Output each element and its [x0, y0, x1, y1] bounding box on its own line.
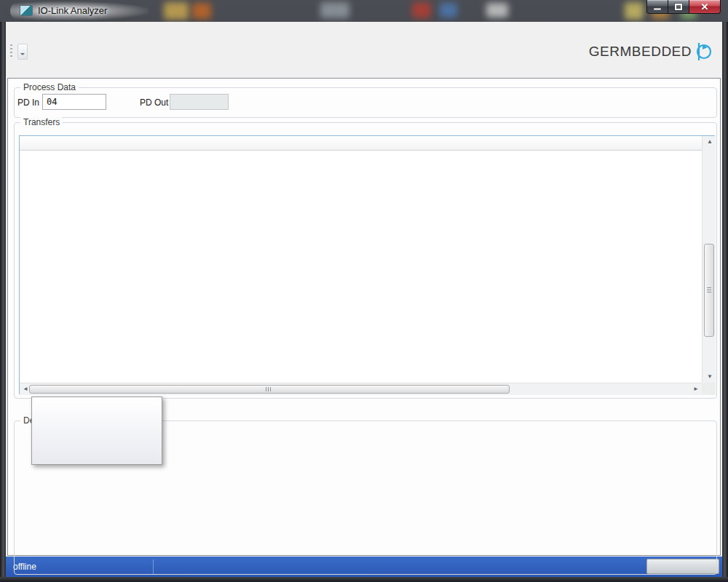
app-icon	[20, 5, 33, 16]
minimize-button[interactable]	[646, 0, 668, 14]
process-data-group: Process Data PD In 04 PD Out	[14, 87, 717, 118]
window-title: IO-Link Analyzer	[38, 5, 107, 16]
scroll-down-icon[interactable]: ▼	[707, 374, 713, 380]
brand-text: GERMBEDDED	[589, 44, 692, 60]
toolbar-grip[interactable]	[10, 44, 12, 59]
pd-status-dot	[111, 96, 122, 107]
tab-page-overview: Process Data PD In 04 PD Out Transfers ▲…	[7, 78, 721, 556]
close-icon: ✕	[701, 1, 709, 12]
title-bar[interactable]: IO-Link Analyzer ✕	[0, 0, 728, 22]
tab-strip	[7, 62, 9, 79]
vertical-scrollbar-thumb[interactable]	[704, 244, 714, 337]
transfers-group: Transfers ▲ ▼ ◄ ►	[14, 122, 717, 399]
transfers-title: Transfers	[20, 117, 63, 127]
grid-rows	[20, 151, 702, 383]
close-button[interactable]: ✕	[689, 0, 721, 14]
minimize-icon	[654, 8, 661, 10]
horizontal-scrollbar[interactable]: ◄ ►	[20, 383, 702, 395]
maximize-icon	[675, 4, 682, 10]
window-border-bottom	[0, 577, 728, 582]
pd-in-field[interactable]: 04	[42, 94, 106, 110]
client-area: GERMBEDDED Process Data PD In 04 PD Out …	[6, 22, 722, 577]
pd-in-label: PD In	[17, 97, 39, 108]
window-border-right	[722, 22, 728, 582]
window-border-left	[0, 22, 6, 582]
vertical-scrollbar[interactable]: ▲ ▼	[702, 136, 716, 383]
horizontal-scrollbar-thumb[interactable]	[29, 385, 510, 394]
scroll-up-icon[interactable]: ▲	[707, 139, 713, 145]
maximize-button[interactable]	[668, 0, 689, 14]
process-data-title: Process Data	[20, 82, 79, 92]
grid-header	[20, 136, 702, 151]
toolbar-overflow-button[interactable]	[17, 44, 28, 60]
brand-logo: GERMBEDDED	[589, 41, 713, 62]
pd-out-field	[170, 94, 229, 110]
menu-bar	[6, 22, 722, 41]
pd-out-label: PD Out	[140, 97, 168, 108]
germbedded-logo-icon	[693, 41, 713, 62]
scroll-right-icon[interactable]: ►	[693, 386, 699, 392]
scroll-left-icon[interactable]: ◄	[23, 386, 28, 392]
flags-legend-tooltip	[31, 396, 162, 465]
scrollbar-corner	[702, 383, 716, 395]
transfers-grid: ▲ ▼ ◄ ►	[19, 135, 715, 394]
